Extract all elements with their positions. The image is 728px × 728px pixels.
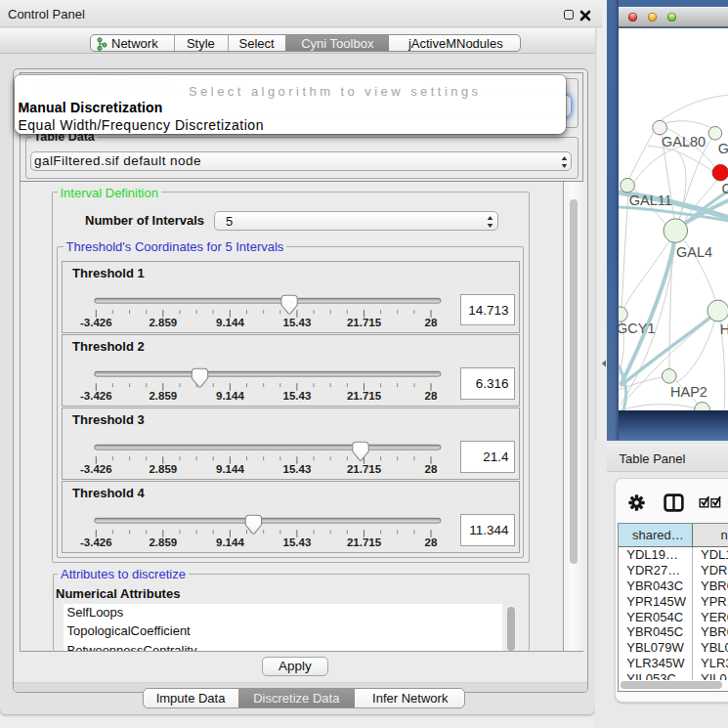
svg-text:21.715: 21.715 — [347, 536, 382, 548]
svg-text:2.859: 2.859 — [149, 316, 177, 327]
svg-text:28: 28 — [425, 316, 438, 327]
svg-text:9.144: 9.144 — [216, 390, 244, 402]
svg-text:2.859: 2.859 — [149, 390, 177, 402]
svg-text:-3.426: -3.426 — [80, 390, 112, 402]
svg-text:2.859: 2.859 — [149, 536, 177, 548]
svg-text:15.43: 15.43 — [283, 316, 312, 327]
svg-text:15.43: 15.43 — [283, 463, 312, 475]
svg-text:21.715: 21.715 — [347, 463, 382, 475]
svg-text:9.144: 9.144 — [216, 463, 244, 475]
svg-text:15.43: 15.43 — [283, 390, 312, 402]
svg-text:21.715: 21.715 — [347, 390, 382, 402]
svg-text:-3.426: -3.426 — [80, 463, 112, 475]
svg-text:21.715: 21.715 — [347, 316, 382, 327]
svg-text:-3.426: -3.426 — [80, 316, 112, 327]
svg-text:9.144: 9.144 — [216, 536, 244, 548]
svg-text:2.859: 2.859 — [149, 463, 177, 475]
svg-text:28: 28 — [425, 463, 438, 475]
svg-text:-3.426: -3.426 — [80, 536, 112, 548]
svg-text:28: 28 — [425, 536, 438, 548]
svg-text:28: 28 — [425, 390, 438, 402]
svg-text:15.43: 15.43 — [283, 536, 312, 548]
svg-text:9.144: 9.144 — [216, 316, 244, 327]
